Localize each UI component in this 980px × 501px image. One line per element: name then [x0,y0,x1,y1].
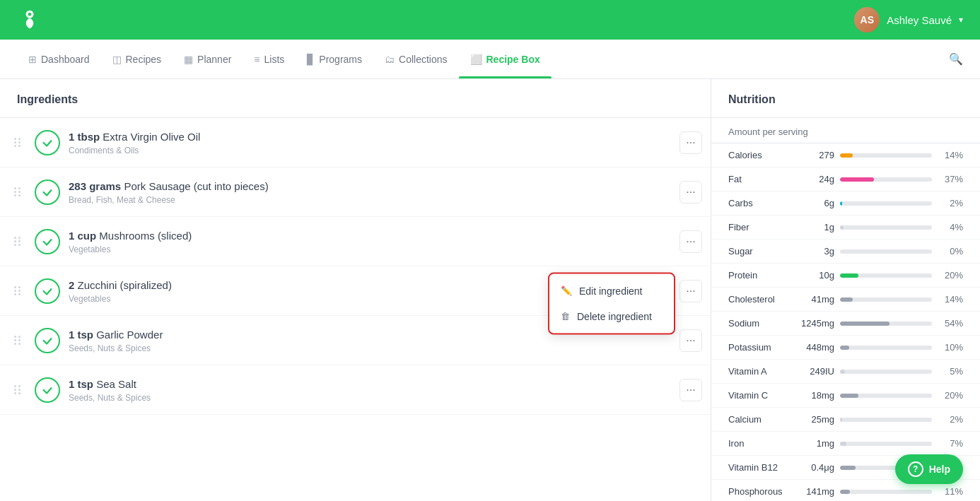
nutrition-row: Iron 1mg 7% [711,432,980,456]
nav-items: ⊞ Dashboard ◫ Recipes ▦ Planner ≡ Lists … [17,40,552,78]
nutrition-row: Calcium 25mg 2% [711,408,980,432]
nutrition-row: Calories 279 14% [711,143,980,167]
nutrition-bar-background [840,225,932,230]
nutrition-name: Fiber [728,222,792,232]
nutrition-bar-background [840,442,932,446]
ingredient-category: Condiments & Oils [69,146,679,155]
nutrition-name: Protein [728,270,792,281]
lists-icon: ≡ [254,54,259,65]
ingredient-category: Seeds, Nuts & Spices [69,343,679,353]
ingredient-category: Seeds, Nuts & Spices [69,393,679,403]
ingredient-checkbox[interactable] [35,278,60,304]
nutrition-name: Vitamin B12 [728,462,792,473]
amount-per-serving: Amount per serving [711,118,980,143]
nutrition-bar [840,346,932,350]
nutrition-panel: Nutrition Amount per serving Calories 27… [711,79,980,501]
nutrition-bar-background [840,370,932,374]
nutrition-bar-background [840,297,932,302]
ingredient-checkbox[interactable] [35,130,60,155]
ingredients-header: Ingredients [0,79,711,118]
nav-item-dashboard[interactable]: ⊞ Dashboard [17,40,101,78]
ingredient-info: 283 grams Pork Sausage (cut into pieces)… [69,179,679,205]
ingredient-more-button[interactable]: ··· [679,379,702,401]
search-icon[interactable]: 🔍 [949,52,963,66]
ingredient-checkbox[interactable] [35,229,60,254]
user-menu[interactable]: AS Ashley Sauvé ▾ [854,7,963,33]
table-row: 1 cup Mushrooms (sliced) Vegetables ··· [0,217,711,266]
nutrition-bar-fill [840,370,845,374]
recipes-icon: ◫ [112,54,122,65]
nutrition-value: 41mg [798,294,834,305]
drag-handle[interactable] [8,286,26,295]
nutrition-name: Calcium [728,414,792,425]
nutrition-bar [840,249,932,254]
nutrition-bar-fill [840,418,842,422]
nutrition-bar [840,370,932,374]
delete-ingredient-button[interactable]: 🗑 Delete ingredient [549,303,674,329]
nutrition-percent: 37% [938,174,963,184]
nutrition-bar [840,177,932,182]
ingredient-more-button[interactable]: ··· [679,131,702,154]
nutrition-row: Protein 10g 20% [711,264,980,288]
ingredient-info: 1 tbsp Extra Virgin Olive Oil Condiments… [69,129,679,155]
nav-item-recipes[interactable]: ◫ Recipes [101,40,173,78]
nutrition-percent: 20% [938,390,963,401]
programs-icon: ▊ [307,54,315,65]
nutrition-name: Carbs [728,198,792,208]
nutrition-percent: 54% [938,318,963,329]
nutrition-bar-fill [840,442,846,446]
nutrition-bar-background [840,346,932,350]
app-logo[interactable] [17,7,42,33]
drag-handle[interactable] [8,336,26,345]
ingredient-category: Vegetables [69,244,679,254]
ingredient-checkbox[interactable] [35,377,60,403]
nutrition-value: 1245mg [798,318,834,329]
nutrition-name: Potassium [728,342,792,353]
nutrition-bar-background [840,490,932,494]
nutrition-title: Nutrition [711,79,980,118]
ingredient-checkbox[interactable] [35,328,60,353]
drag-handle[interactable] [8,385,26,394]
nutrition-name: Cholesterol [728,294,792,305]
ingredient-checkbox[interactable] [35,179,60,205]
nutrition-row: Fat 24g 37% [711,167,980,191]
nav-label-dashboard: Dashboard [41,54,90,65]
drag-handle[interactable] [8,187,26,196]
nutrition-list: Calories 279 14% Fat 24g 37% Carbs 6g 2%… [711,143,980,501]
help-button[interactable]: ? Help [895,454,963,484]
nutrition-value: 3g [798,246,834,257]
nav-label-collections: Collections [399,54,447,65]
drag-handle[interactable] [8,237,26,246]
table-row: 1 tbsp Extra Virgin Olive Oil Condiments… [0,118,711,167]
ingredient-more-button[interactable]: ··· [679,181,702,204]
nav-item-collections[interactable]: 🗂 Collections [373,40,458,78]
edit-ingredient-button[interactable]: ✏️ Edit ingredient [549,278,674,303]
nav-label-programs: Programs [319,54,362,65]
drag-handle[interactable] [8,138,26,147]
nutrition-value: 10g [798,270,834,281]
ingredient-info: 1 cup Mushrooms (sliced) Vegetables [69,228,679,254]
nutrition-bar-fill [840,297,853,302]
ingredient-more-button[interactable]: ··· [679,230,702,253]
nav-item-programs[interactable]: ▊ Programs [296,40,373,78]
nav-label-planner: Planner [197,54,231,65]
ingredient-more-button[interactable]: ··· [679,280,702,302]
nutrition-percent: 2% [938,414,963,425]
nav-item-recipebox[interactable]: ⬜ Recipe Box [459,40,552,78]
nutrition-name: Sodium [728,318,792,329]
nav-label-recipes: Recipes [126,54,162,65]
nav-item-planner[interactable]: ▦ Planner [173,40,243,78]
nutrition-bar-background [840,418,932,422]
edit-ingredient-label: Edit ingredient [579,285,643,296]
nutrition-value: 141mg [798,486,834,497]
dashboard-icon: ⊞ [28,54,37,65]
nav-item-lists[interactable]: ≡ Lists [243,40,296,78]
nutrition-bar [840,225,932,230]
collections-icon: 🗂 [385,54,395,65]
username-label: Ashley Sauvé [887,14,952,26]
table-row: 2 Zucchini (spiralized) Vegetables ··· ✏… [0,266,711,316]
nutrition-name: Fat [728,174,792,184]
nutrition-value: 0.4μg [798,462,834,473]
ingredient-more-button[interactable]: ··· [679,329,702,352]
main-nav: ⊞ Dashboard ◫ Recipes ▦ Planner ≡ Lists … [0,40,980,79]
